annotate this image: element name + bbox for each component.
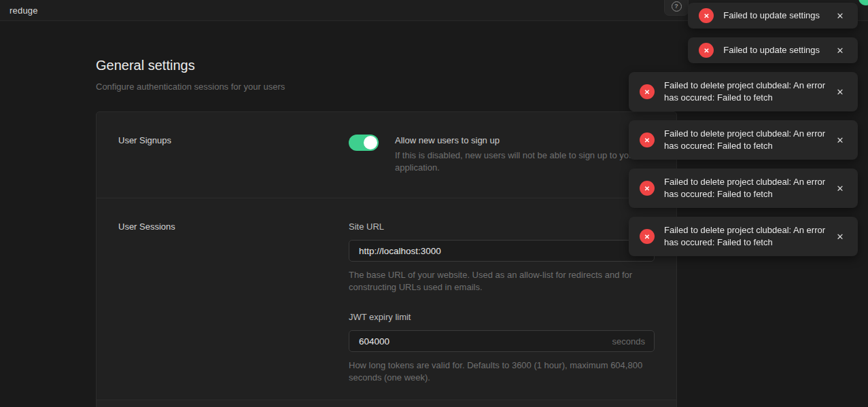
error-icon: ✕	[699, 43, 714, 58]
toast-message: Failed to delete project clubdeal: An er…	[664, 176, 827, 200]
site-url-input-wrap	[349, 240, 655, 262]
toast-error: ✕ Failed to delete project clubdeal: An …	[629, 169, 858, 208]
jwt-expiry-field: JWT expiry limit seconds How long tokens…	[349, 311, 655, 384]
breadcrumb-project-name[interactable]: reduge	[10, 5, 38, 16]
toast-error: ✕ Failed to update settings ✕	[688, 3, 858, 29]
toast-message: Failed to update settings	[723, 10, 820, 22]
site-url-label: Site URL	[349, 221, 655, 233]
card-footer	[97, 400, 676, 407]
toast-error: ✕ Failed to delete project clubdeal: An …	[629, 72, 858, 111]
toast-close-button[interactable]: ✕	[833, 9, 847, 22]
toggle-text-block: Allow new users to sign up If this is di…	[395, 135, 655, 174]
page-subtitle: Configure authentication sessions for yo…	[96, 81, 677, 93]
toast-message: Failed to update settings	[723, 44, 820, 56]
page-title: General settings	[96, 56, 677, 75]
toast-close-button[interactable]: ✕	[833, 133, 847, 147]
site-url-description: The base URL of your website. Used as an…	[349, 269, 655, 294]
toast-close-button[interactable]: ✕	[833, 230, 847, 243]
user-sessions-fields: Site URL The base URL of your website. U…	[349, 221, 655, 392]
toggle-label: Allow new users to sign up	[395, 135, 655, 147]
user-signups-toggle[interactable]	[349, 135, 379, 151]
error-icon: ✕	[640, 84, 655, 99]
jwt-expiry-description: How long tokens are valid for. Defaults …	[349, 359, 655, 384]
user-signups-fields: Allow new users to sign up If this is di…	[349, 135, 655, 198]
toast-close-button[interactable]: ✕	[833, 85, 847, 99]
toggle-description: If this is disabled, new users will not …	[395, 149, 655, 174]
section-label-user-sessions: User Sessions	[118, 221, 349, 392]
jwt-expiry-input[interactable]	[349, 330, 655, 352]
section-label-user-signups: User Signups	[118, 135, 349, 198]
main-content: General settings Configure authenticatio…	[96, 56, 677, 407]
section-user-signups: User Signups Allow new users to sign up …	[97, 112, 676, 198]
toast-message: Failed to delete project clubdeal: An er…	[664, 128, 827, 152]
error-icon: ✕	[640, 181, 655, 196]
toast-message: Failed to delete project clubdeal: An er…	[664, 224, 827, 249]
section-user-sessions: User Sessions Site URL The base URL of y…	[97, 198, 676, 392]
error-icon: ✕	[699, 8, 714, 23]
error-icon: ✕	[640, 229, 655, 244]
jwt-expiry-input-wrap: seconds	[349, 330, 655, 352]
toast-message: Failed to delete project clubdeal: An er…	[664, 79, 827, 104]
jwt-expiry-label: JWT expiry limit	[349, 311, 655, 323]
signup-toggle-row: Allow new users to sign up If this is di…	[349, 135, 655, 174]
toast-stack: ✕ Failed to update settings ✕ ✕ Failed t…	[629, 3, 858, 256]
error-icon: ✕	[640, 132, 655, 147]
site-url-input[interactable]	[349, 240, 655, 262]
toast-error: ✕ Failed to delete project clubdeal: An …	[629, 217, 858, 256]
toggle-knob	[364, 136, 377, 149]
toast-close-button[interactable]: ✕	[833, 43, 847, 57]
site-url-field: Site URL The base URL of your website. U…	[349, 221, 655, 294]
toast-error: ✕ Failed to delete project clubdeal: An …	[629, 120, 858, 160]
toast-close-button[interactable]: ✕	[833, 181, 847, 195]
settings-card: User Signups Allow new users to sign up …	[96, 111, 677, 407]
toast-error: ✕ Failed to update settings ✕	[688, 37, 858, 63]
